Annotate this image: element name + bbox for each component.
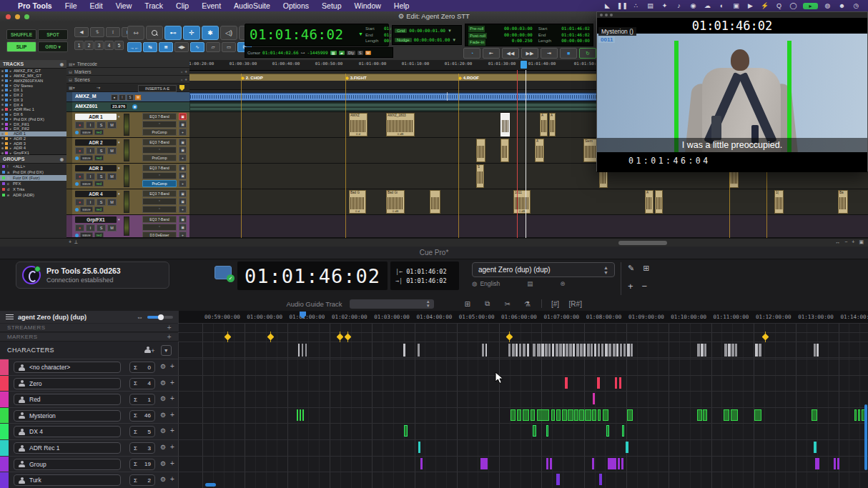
group-list-item[interactable]: bFutz DX (Futz) (0, 175, 66, 181)
automation-icon[interactable] (75, 182, 79, 186)
groups-panel-header[interactable]: GROUPS ◉ (0, 155, 66, 164)
comments-button[interactable]: ▣ (179, 198, 187, 205)
character-name-box[interactable]: <no character> (14, 362, 121, 373)
mute-badge[interactable]: M (365, 51, 372, 55)
automation-icon[interactable] (75, 131, 79, 134)
cue-event-bar[interactable] (754, 409, 761, 421)
audio-guide-stepper[interactable]: ▲▼ (426, 299, 430, 308)
track-list-item[interactable]: ►DX_Fill2 (0, 126, 66, 131)
track-list-item[interactable]: ►AMXZ_MX_GT (0, 74, 66, 79)
record-enable-button[interactable]: ● (75, 121, 84, 129)
track-m-button[interactable]: M (134, 94, 142, 101)
cue-event-bar[interactable] (523, 409, 529, 421)
insert-slot[interactable]: * (142, 172, 177, 179)
user-icon[interactable]: ☻ (837, 2, 847, 9)
track-header-adr-1[interactable]: ADR 1▾●ISMwaveredEQ3 7-Band*ProComp▣▣+ (66, 112, 189, 138)
track-name-dropdown[interactable]: ▾ (118, 217, 120, 221)
character-row[interactable]: DX 4Σ5⚙+ (0, 423, 179, 439)
output-window-button[interactable]: ▣ (179, 113, 187, 120)
cue-event-bar[interactable] (537, 409, 549, 421)
menu-file[interactable]: File (59, 1, 84, 10)
cue-event-bar[interactable] (531, 409, 535, 421)
insert-slot[interactable]: D3 DeEsser (142, 231, 177, 238)
markers-row[interactable]: MARKERS + (0, 333, 179, 342)
track-i-button[interactable]: I (86, 224, 95, 231)
track-m-button[interactable]: M (107, 224, 117, 231)
character-settings-icon[interactable]: ⚙ (160, 444, 166, 451)
play-status-icon[interactable]: ▶ (746, 2, 755, 9)
playlist-chip[interactable]: red (94, 181, 104, 186)
output-window-button[interactable]: ▣ (179, 164, 187, 171)
edit-option-5[interactable]: ▱ (206, 42, 220, 52)
character-row[interactable]: ADR Rec 1Σ3⚙+ (0, 439, 179, 456)
record-enable-button[interactable]: ● (75, 199, 84, 206)
split-icon[interactable]: ✂ (501, 300, 514, 308)
cue-event-bar[interactable] (703, 409, 707, 421)
audio-clip[interactable]: 10110 dB (513, 190, 531, 214)
search-icon[interactable]: Q (774, 2, 784, 9)
character-settings-icon[interactable]: ⚙ (160, 476, 166, 483)
play-loop-button[interactable]: ↻ (579, 48, 596, 59)
insert-slot[interactable]: ProComp (142, 180, 177, 187)
edit-option-0[interactable]: →← (127, 42, 142, 52)
automation-icon[interactable] (75, 234, 79, 237)
cue-event-bar[interactable] (837, 458, 839, 469)
zoom-preset-5[interactable]: 5 (114, 41, 124, 50)
timeline-marker[interactable]: ◆4.ROOF (458, 75, 479, 80)
edit-option-2[interactable]: ≣ (159, 42, 173, 52)
cue-event-bar[interactable] (592, 409, 596, 421)
character-settings-icon[interactable]: ⚙ (160, 379, 166, 387)
zoom-waveform-icon[interactable]: ⥮ (90, 27, 104, 37)
video-close-button[interactable] (600, 14, 603, 16)
track-name[interactable]: ADR 3 (75, 165, 117, 171)
cue-event-bar[interactable] (608, 458, 616, 469)
video-online-icon[interactable]: ◉ (132, 104, 137, 109)
spark-icon[interactable]: ✦ (660, 2, 669, 9)
insert-slot[interactable]: ProComp (142, 129, 177, 136)
audio-icon[interactable]: ♪ (674, 2, 684, 9)
comments-button[interactable]: ▣ (179, 172, 187, 179)
session-marker[interactable] (337, 334, 344, 341)
moon-icon[interactable]: ◐ (717, 2, 726, 9)
audio-clip[interactable]: AMXZ_18030 dB (386, 113, 415, 136)
character-add-icon[interactable]: + (170, 475, 174, 483)
duplicate-icon[interactable]: ⊞ (643, 264, 649, 273)
zoom-toggle-tool[interactable]: ⇿ (127, 26, 144, 40)
cue-event-bar[interactable] (598, 409, 601, 421)
audio-clip[interactable]: Bad Gi0 dB (386, 190, 405, 214)
timeline-marker[interactable]: ◆2. CHOP (241, 75, 263, 80)
inserts-header[interactable]: INSERTS A-E (138, 85, 177, 92)
insert-slot[interactable]: * (142, 198, 177, 205)
character-count-box[interactable]: Σ2 (129, 474, 155, 486)
add-marker-button[interactable]: + (167, 333, 172, 341)
remove-cue-button[interactable]: − (642, 281, 648, 292)
cue-pro-titlebar[interactable]: Cue Pro* (0, 247, 868, 259)
track-list-item[interactable]: ►AMXZ_FX_GT (0, 69, 66, 74)
zoom-preset-1[interactable]: 1 (74, 41, 84, 50)
scroll-left-icons[interactable]: +⟂ (69, 239, 78, 245)
cue-event-bar[interactable] (550, 458, 552, 469)
solo-badge[interactable]: S (357, 51, 363, 55)
cue-event-bar[interactable] (697, 409, 702, 421)
character-add-icon[interactable]: + (170, 362, 174, 370)
streamers-row[interactable]: STREAMERS + (0, 324, 179, 332)
character-count-box[interactable]: Σ0 (129, 362, 155, 373)
online-button[interactable]: ◔ (463, 48, 480, 59)
cue-event-bar[interactable] (615, 377, 617, 389)
character-settings-icon[interactable]: ⚙ (160, 460, 166, 467)
track-i-button[interactable]: I (86, 147, 95, 154)
character-row[interactable]: RedΣ1⚙+ (0, 391, 179, 407)
session-vertical-scrollbar[interactable] (864, 404, 867, 470)
playlist-chip[interactable]: red (94, 155, 104, 161)
add-character-icon[interactable]: + (144, 347, 155, 354)
scenes-ruler-row[interactable]: ⊟Scenes ▫+ (66, 76, 189, 84)
character-count-box[interactable]: Σ46 (129, 410, 155, 422)
session-marker[interactable] (225, 334, 232, 341)
selector-tool[interactable]: ✛ (183, 26, 200, 40)
track-header-adr-4[interactable]: ADR 4▾●ISMwaveredEQ3 7-Band**▣▣+ (66, 189, 189, 215)
track-s-button[interactable]: S (97, 147, 106, 154)
track-list-item[interactable]: ►DX 2 (0, 93, 66, 98)
insert-slot[interactable]: EQ3 7-Band (142, 113, 177, 120)
insert-slot[interactable]: EQ3 7-Band (142, 190, 177, 197)
audio-clip[interactable] (655, 190, 663, 214)
